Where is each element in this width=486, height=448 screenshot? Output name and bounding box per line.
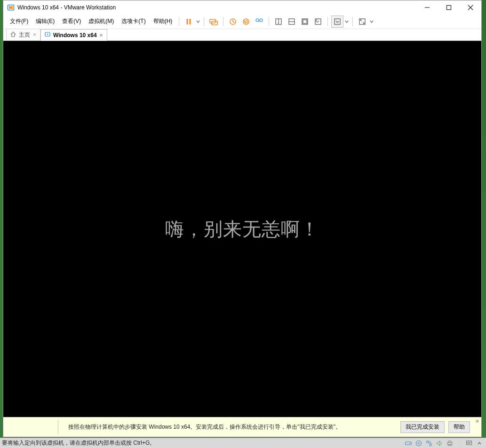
svg-rect-34	[430, 444, 431, 446]
tab-vm[interactable]: Windows 10 x64 ×	[40, 29, 107, 41]
svg-rect-33	[427, 441, 429, 443]
sound-icon[interactable]	[436, 440, 443, 447]
install-infobar: 按照在物理计算机中的步骤安装 Windows 10 x64。安装完成后，操作系统…	[3, 417, 481, 437]
finish-install-button[interactable]: 我已完成安装	[400, 421, 445, 433]
network-icon[interactable]	[425, 440, 433, 447]
send-ctrl-alt-del-button[interactable]	[207, 16, 220, 28]
menu-vm[interactable]: 虚拟机(M)	[85, 16, 118, 27]
window-title: Windows 10 x64 - VMware Workstation	[17, 4, 116, 11]
svg-rect-1	[9, 6, 13, 9]
tab-home[interactable]: 主页 ×	[6, 29, 40, 40]
separator	[327, 17, 328, 26]
vm-console[interactable]: 嗨，别来无恙啊！	[3, 41, 481, 417]
snapshot-revert-button[interactable]	[240, 16, 252, 28]
svg-rect-37	[448, 441, 451, 442]
suspend-button[interactable]	[183, 16, 195, 28]
titlebar: Windows 10 x64 - VMware Workstation	[3, 0, 481, 15]
separator	[179, 17, 179, 26]
guest-greeting-text: 嗨，别来无恙啊！	[165, 216, 319, 242]
menubar: 文件(F) 编辑(E) 查看(V) 虚拟机(M) 选项卡(T) 帮助(H)	[3, 15, 481, 29]
svg-point-32	[418, 442, 420, 444]
menu-view[interactable]: 查看(V)	[58, 16, 85, 27]
help-button[interactable]: 帮助	[448, 421, 470, 433]
svg-rect-3	[447, 6, 451, 10]
svg-marker-35	[437, 441, 440, 446]
fullscreen-button[interactable]	[356, 16, 368, 28]
tab-vm-close[interactable]: ×	[100, 32, 103, 39]
statusbar: 要将输入定向到该虚拟机，请在虚拟机内部单击或按 Ctrl+G。	[0, 438, 486, 448]
hdd-icon[interactable]	[405, 440, 412, 447]
separator	[459, 440, 460, 447]
minimize-button[interactable]	[416, 0, 438, 15]
separator	[204, 17, 204, 26]
multi-window-button[interactable]	[286, 16, 298, 28]
svg-rect-29	[406, 442, 411, 445]
svg-line-25	[360, 20, 362, 21]
svg-line-26	[363, 22, 364, 24]
infobar-message: 按照在物理计算机中的步骤安装 Windows 10 x64。安装完成后，操作系统…	[68, 423, 341, 431]
tab-vm-label: Windows 10 x64	[53, 32, 97, 39]
stretch-guest-button[interactable]: >_	[331, 16, 343, 28]
maximize-button[interactable]	[438, 0, 460, 15]
status-menu-icon[interactable]	[476, 440, 483, 447]
svg-marker-28	[47, 33, 48, 35]
snapshot-take-button[interactable]	[227, 16, 239, 28]
message-log-icon[interactable]	[465, 440, 473, 447]
status-tray	[405, 440, 486, 447]
menu-help[interactable]: 帮助(H)	[150, 16, 176, 27]
unity-button[interactable]	[299, 16, 311, 28]
tab-home-close[interactable]: ×	[33, 31, 36, 38]
app-icon	[7, 4, 15, 11]
menu-file[interactable]: 文件(F)	[6, 16, 32, 27]
app-window: Windows 10 x64 - VMware Workstation 文件(F…	[3, 0, 482, 437]
cd-icon[interactable]	[415, 440, 422, 447]
menu-tabs[interactable]: 选项卡(T)	[118, 16, 149, 27]
single-window-button[interactable]	[272, 16, 285, 28]
tab-home-label: 主页	[19, 31, 30, 39]
infobar-divider	[58, 420, 58, 434]
tabbar: 主页 × Windows 10 x64 ×	[3, 29, 481, 41]
svg-text:>_: >_	[335, 19, 338, 22]
svg-point-31	[416, 440, 422, 446]
vm-poweron-icon	[45, 31, 50, 39]
printer-icon[interactable]	[446, 440, 454, 447]
snapshot-manager-button[interactable]	[253, 16, 265, 28]
infobar-close[interactable]: ✕	[475, 418, 479, 424]
stretch-guest-dropdown[interactable]	[344, 16, 350, 28]
console-view-button[interactable]	[312, 16, 324, 28]
statusbar-message: 要将输入定向到该虚拟机，请在虚拟机内部单击或按 Ctrl+G。	[0, 439, 405, 447]
separator	[269, 17, 269, 26]
close-button[interactable]	[460, 0, 481, 15]
home-icon	[10, 31, 16, 39]
separator	[352, 17, 353, 26]
svg-rect-20	[303, 20, 307, 24]
svg-point-30	[409, 443, 410, 444]
fullscreen-dropdown[interactable]	[369, 16, 374, 28]
svg-rect-39	[467, 441, 472, 445]
suspend-dropdown[interactable]	[195, 16, 201, 28]
separator	[223, 17, 223, 26]
menu-edit[interactable]: 编辑(E)	[32, 16, 58, 27]
